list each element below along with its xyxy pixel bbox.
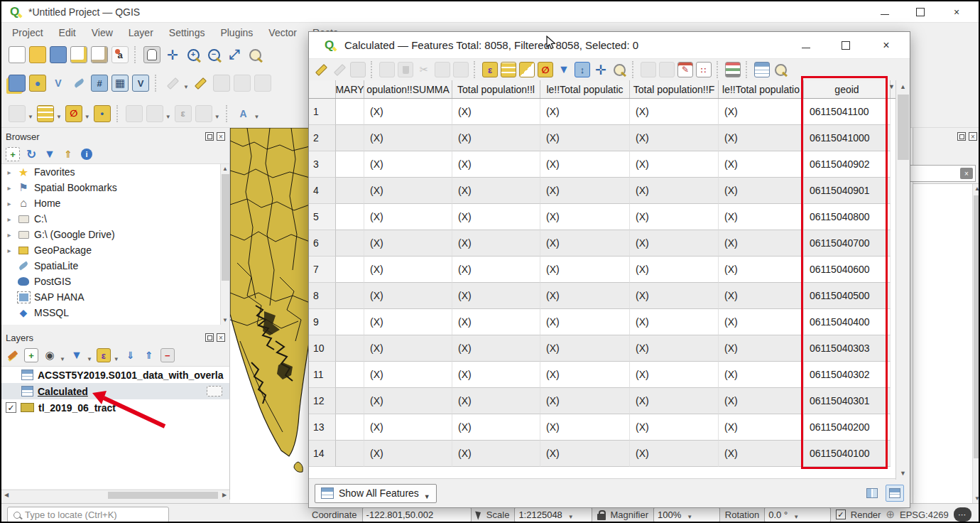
table-cell[interactable]: (X) [540,230,630,257]
expander-icon[interactable]: ▸ [6,184,13,192]
table-cell[interactable]: (X) [452,257,540,283]
table-cell[interactable]: (X) [630,230,719,257]
form-view-toggle[interactable] [863,485,881,502]
table-cell[interactable]: (X) [364,283,452,309]
table-cell[interactable]: (X) [364,309,452,335]
toggle-editing-icon[interactable] [313,62,329,77]
feature-filter-button[interactable]: Show All Features ▼ [315,484,437,503]
geoid-cell[interactable]: 06115040302 [804,362,891,388]
geoid-cell[interactable]: 06115040500 [804,283,891,309]
table-cell[interactable]: (X) [630,151,719,178]
table-cell[interactable]: (X) [452,99,540,125]
scroll-up-icon[interactable]: ▲ [896,80,910,93]
menu-layer[interactable]: Layer [121,23,161,43]
table-cell[interactable]: (X) [364,204,452,230]
geoid-cell[interactable]: 06115040700 [804,230,891,257]
table-cell[interactable]: (X) [719,99,804,125]
table-cell[interactable]: (X) [452,441,540,467]
browser-item-home[interactable]: ▸⌂Home [1,195,229,211]
browser-close-icon[interactable]: × [217,132,225,141]
add-spatialite-layer-icon[interactable] [70,75,87,92]
messages-bubble-icon[interactable]: ⋯ [954,507,971,522]
table-cell[interactable]: (X) [719,178,804,204]
table-cell[interactable]: (X) [630,309,719,335]
table-cell[interactable]: (X) [364,257,452,283]
table-cell[interactable] [336,125,364,151]
table-cell[interactable]: (X) [364,178,452,204]
table-cell[interactable]: (X) [364,335,452,362]
row-number[interactable]: 4 [309,178,336,204]
table-cell[interactable]: (X) [630,99,719,125]
table-cell[interactable]: (X) [452,309,540,335]
move-selection-top-icon[interactable]: ↕ [575,62,590,77]
column-header[interactable] [309,80,336,98]
scroll-left-icon[interactable]: ◀ [1,492,11,498]
menu-plugins[interactable]: Plugins [212,23,261,43]
chevron-down-icon[interactable]: ▼ [165,114,171,120]
browser-properties-icon[interactable] [80,147,94,161]
open-project-icon[interactable] [29,46,46,63]
scroll-down-icon[interactable]: ▼ [896,467,910,480]
chevron-down-icon[interactable]: ▼ [85,114,90,120]
remove-layer-icon[interactable]: − [160,348,175,362]
layer-item-acsst5y2019-s0101-data-with-overla[interactable]: ACSST5Y2019.S0101_data_with_overla [1,367,229,383]
dialog-close-button[interactable]: × [881,41,891,50]
table-cell[interactable]: (X) [452,362,540,388]
row-number[interactable]: 6 [309,230,336,257]
browser-float-icon[interactable] [205,132,214,141]
filter-select-icon[interactable]: ▼ [556,62,572,77]
table-cell[interactable]: (X) [719,441,804,467]
add-vector-layer-icon[interactable] [9,75,26,92]
row-number[interactable]: 12 [309,388,336,414]
table-cell[interactable]: (X) [630,125,719,151]
new-project-icon[interactable] [9,46,26,63]
table-cell[interactable]: (X) [719,230,804,257]
table-cell[interactable]: (X) [719,204,804,230]
scroll-down-icon[interactable]: ▼ [221,316,229,325]
map-tip-icon[interactable] [207,386,222,397]
column-header[interactable]: Total population!!l [452,80,540,98]
table-cell[interactable]: (X) [452,178,540,204]
chevron-down-icon[interactable]: ▼ [114,356,119,362]
lock-scale-icon[interactable] [597,514,606,520]
browser-item-geopackage[interactable]: ▸GeoPackage [1,242,229,258]
magnifier-combo[interactable]: 100%▼ [653,507,720,522]
layer-item-calculated[interactable]: Calculated [1,383,229,399]
scale-combo[interactable]: 1:2125048▼ [514,507,592,522]
row-number[interactable]: 3 [309,151,336,178]
scroll-up-icon[interactable]: ▲ [973,184,980,193]
add-database-layer-icon[interactable]: # [91,75,108,92]
layer-visibility-checkbox[interactable]: ✓ [6,402,16,413]
table-cell[interactable]: (X) [540,125,630,151]
chevron-down-icon[interactable]: ▼ [254,114,260,120]
table-cell[interactable]: (X) [364,414,452,441]
layer-item-tl-2019-06-tract[interactable]: ✓tl_2019_06_tract [1,399,229,416]
table-cell[interactable]: (X) [630,362,719,388]
browser-item-sap-hana[interactable]: SAP HANA [1,289,229,305]
table-cell[interactable] [336,388,364,414]
zoom-in-icon[interactable] [185,46,202,63]
table-cell[interactable]: (X) [719,125,804,151]
table-cell[interactable] [336,230,364,257]
geoid-column-header[interactable]: geoid [804,80,891,98]
table-actions-icon[interactable] [773,62,788,77]
table-cell[interactable]: (X) [364,362,452,388]
scroll-up-icon[interactable]: ▲ [221,164,229,173]
collapse-all-layers-icon[interactable]: ⇑ [142,348,156,362]
geoid-cell[interactable]: 06115040600 [804,257,891,283]
table-cell[interactable] [336,151,364,178]
geoid-cell[interactable]: 06115040901 [804,178,891,204]
table-cell[interactable]: (X) [452,204,540,230]
table-cell[interactable]: (X) [630,283,719,309]
panel-close-icon[interactable]: × [969,132,977,141]
add-raster-layer-icon[interactable]: ● [29,75,46,92]
select-by-expression-icon[interactable]: ε [482,62,498,77]
new-field-icon[interactable]: :: [696,62,712,77]
invert-selection-icon[interactable] [519,62,535,77]
style-manager-icon[interactable] [70,46,87,63]
refresh-browser-icon[interactable]: ↻ [24,147,38,161]
row-number[interactable]: 7 [309,257,336,283]
table-cell[interactable]: (X) [630,414,719,441]
clear-search-icon[interactable]: × [960,168,973,179]
geoid-cell[interactable]: 06115040301 [804,388,891,414]
